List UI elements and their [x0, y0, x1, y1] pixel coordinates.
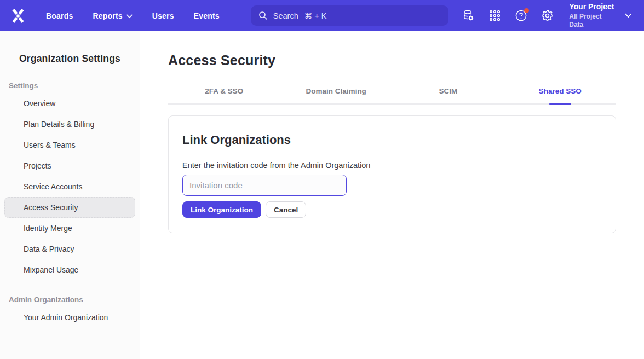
project-selector[interactable]: Your Project All Project Data	[569, 2, 632, 29]
sidebar-item-your-admin-organization[interactable]: Your Admin Organization	[4, 307, 135, 328]
search-icon	[258, 11, 268, 20]
primary-nav: BoardsReportsUsersEvents	[46, 11, 220, 20]
tab-domain-claiming[interactable]: Domain Claiming	[280, 87, 393, 103]
tab-scim[interactable]: SCIM	[392, 87, 504, 103]
sidebar-item-data-privacy[interactable]: Data & Privacy	[4, 239, 135, 259]
sidebar-item-users-teams[interactable]: Users & Teams	[4, 135, 135, 155]
sidebar-item-access-security[interactable]: Access Security	[4, 197, 135, 218]
settings-gear-icon[interactable]	[540, 9, 554, 22]
nav-item-label: Users	[152, 11, 174, 20]
tab-shared-sso[interactable]: Shared SSO	[504, 87, 617, 103]
settings-sidebar: Organization Settings SettingsOverviewPl…	[0, 31, 140, 359]
top-navigation-bar: BoardsReportsUsersEvents Search ⌘ + K	[0, 0, 644, 31]
sidebar-section-header-settings: Settings	[9, 82, 131, 90]
chevron-down-icon	[127, 14, 133, 19]
search-placeholder: Search	[273, 11, 298, 20]
sidebar-section-header-admin-organizations: Admin Organizations	[9, 296, 131, 304]
nav-item-events[interactable]: Events	[194, 11, 220, 20]
nav-item-label: Events	[194, 11, 220, 20]
nav-item-label: Boards	[46, 11, 73, 20]
sidebar-item-service-accounts[interactable]: Service Accounts	[4, 176, 135, 197]
nav-item-users[interactable]: Users	[152, 11, 174, 20]
nav-item-reports[interactable]: Reports	[93, 11, 132, 20]
mixpanel-logo-icon[interactable]	[11, 9, 25, 23]
data-management-icon[interactable]	[462, 9, 475, 22]
invitation-code-label: Enter the invitation code from the Admin…	[182, 161, 602, 170]
sidebar-sections: SettingsOverviewPlan Details & BillingUs…	[0, 82, 140, 328]
search-input[interactable]: Search ⌘ + K	[251, 5, 449, 26]
apps-grid-icon[interactable]	[488, 9, 501, 22]
project-scope: All Project Data	[569, 13, 616, 29]
chevron-down-icon	[625, 13, 632, 18]
tab-2fa-sso[interactable]: 2FA & SSO	[168, 87, 280, 103]
card-actions: Link Organization Cancel	[182, 201, 602, 218]
link-organizations-card: Link Organizations Enter the invitation …	[168, 115, 616, 233]
search-shortcut: ⌘ + K	[304, 11, 327, 20]
page-title: Access Security	[168, 53, 616, 68]
cancel-button[interactable]: Cancel	[266, 201, 306, 218]
tab-bar: 2FA & SSODomain ClaimingSCIMShared SSO	[168, 87, 616, 105]
invitation-code-input[interactable]	[182, 175, 347, 196]
card-title: Link Organizations	[182, 133, 602, 147]
nav-item-label: Reports	[93, 11, 122, 20]
sidebar-item-identity-merge[interactable]: Identity Merge	[4, 218, 135, 239]
sidebar-item-projects[interactable]: Projects	[4, 155, 135, 176]
sidebar-item-mixpanel-usage[interactable]: Mixpanel Usage	[4, 259, 135, 280]
sidebar-item-plan-details-billing[interactable]: Plan Details & Billing	[4, 114, 135, 135]
sidebar-title: Organization Settings	[0, 53, 140, 65]
main-content: Access Security 2FA & SSODomain Claiming…	[140, 31, 644, 359]
help-icon[interactable]	[514, 9, 527, 22]
notification-dot	[524, 8, 529, 13]
sidebar-item-overview[interactable]: Overview	[4, 93, 135, 114]
link-organization-button[interactable]: Link Organization	[182, 201, 261, 218]
project-name: Your Project	[569, 2, 616, 12]
nav-item-boards[interactable]: Boards	[46, 11, 73, 20]
